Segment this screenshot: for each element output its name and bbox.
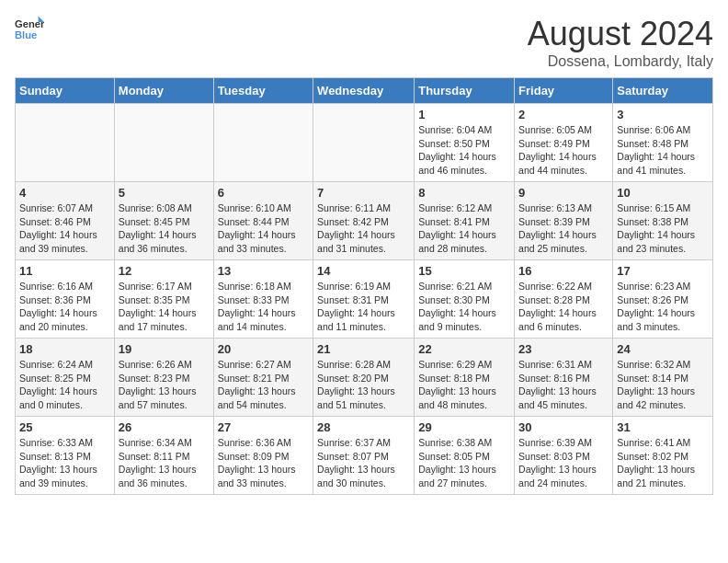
location-title: Dossena, Lombardy, Italy bbox=[528, 53, 713, 70]
month-title: August 2024 bbox=[528, 15, 713, 53]
day-number: 11 bbox=[19, 264, 110, 278]
day-cell: 16Sunrise: 6:22 AM Sunset: 8:28 PM Dayli… bbox=[515, 260, 613, 339]
day-info: Sunrise: 6:06 AM Sunset: 8:48 PM Dayligh… bbox=[617, 123, 709, 178]
day-number: 6 bbox=[218, 186, 309, 200]
header-row: SundayMondayTuesdayWednesdayThursdayFrid… bbox=[16, 78, 713, 104]
day-number: 30 bbox=[518, 420, 609, 434]
day-info: Sunrise: 6:11 AM Sunset: 8:42 PM Dayligh… bbox=[317, 201, 410, 256]
day-info: Sunrise: 6:07 AM Sunset: 8:46 PM Dayligh… bbox=[19, 201, 110, 256]
day-cell: 31Sunrise: 6:41 AM Sunset: 8:02 PM Dayli… bbox=[613, 417, 713, 495]
week-row-3: 11Sunrise: 6:16 AM Sunset: 8:36 PM Dayli… bbox=[16, 260, 713, 339]
day-number: 9 bbox=[518, 186, 609, 200]
day-number: 28 bbox=[317, 420, 410, 434]
day-cell: 27Sunrise: 6:36 AM Sunset: 8:09 PM Dayli… bbox=[213, 417, 313, 495]
day-number: 14 bbox=[317, 264, 410, 278]
day-header-friday: Friday bbox=[515, 78, 613, 104]
day-number: 31 bbox=[617, 420, 709, 434]
day-cell: 26Sunrise: 6:34 AM Sunset: 8:11 PM Dayli… bbox=[114, 417, 213, 495]
day-cell bbox=[213, 104, 313, 182]
day-number: 16 bbox=[518, 264, 609, 278]
day-cell: 18Sunrise: 6:24 AM Sunset: 8:25 PM Dayli… bbox=[16, 339, 115, 417]
day-cell: 21Sunrise: 6:28 AM Sunset: 8:20 PM Dayli… bbox=[313, 339, 415, 417]
day-cell: 5Sunrise: 6:08 AM Sunset: 8:45 PM Daylig… bbox=[114, 182, 213, 260]
day-info: Sunrise: 6:36 AM Sunset: 8:09 PM Dayligh… bbox=[218, 436, 309, 490]
day-info: Sunrise: 6:19 AM Sunset: 8:31 PM Dayligh… bbox=[317, 280, 410, 334]
day-info: Sunrise: 6:28 AM Sunset: 8:20 PM Dayligh… bbox=[317, 358, 410, 412]
logo: General Blue bbox=[15, 15, 44, 44]
day-cell: 6Sunrise: 6:10 AM Sunset: 8:44 PM Daylig… bbox=[213, 182, 313, 260]
day-info: Sunrise: 6:27 AM Sunset: 8:21 PM Dayligh… bbox=[218, 358, 309, 412]
day-number: 15 bbox=[418, 264, 510, 278]
day-cell: 23Sunrise: 6:31 AM Sunset: 8:16 PM Dayli… bbox=[515, 339, 613, 417]
day-cell: 14Sunrise: 6:19 AM Sunset: 8:31 PM Dayli… bbox=[313, 260, 415, 339]
day-info: Sunrise: 6:24 AM Sunset: 8:25 PM Dayligh… bbox=[19, 358, 110, 412]
day-number: 29 bbox=[418, 420, 510, 434]
day-number: 2 bbox=[518, 108, 609, 121]
logo-icon: General Blue bbox=[15, 15, 44, 44]
day-number: 7 bbox=[317, 186, 410, 200]
day-cell: 17Sunrise: 6:23 AM Sunset: 8:26 PM Dayli… bbox=[613, 260, 713, 339]
day-info: Sunrise: 6:33 AM Sunset: 8:13 PM Dayligh… bbox=[19, 436, 110, 490]
day-info: Sunrise: 6:21 AM Sunset: 8:30 PM Dayligh… bbox=[418, 280, 510, 334]
day-number: 17 bbox=[617, 264, 709, 278]
day-cell: 10Sunrise: 6:15 AM Sunset: 8:38 PM Dayli… bbox=[613, 182, 713, 260]
week-row-1: 1Sunrise: 6:04 AM Sunset: 8:50 PM Daylig… bbox=[16, 104, 713, 182]
day-info: Sunrise: 6:34 AM Sunset: 8:11 PM Dayligh… bbox=[119, 436, 210, 490]
day-info: Sunrise: 6:12 AM Sunset: 8:41 PM Dayligh… bbox=[418, 201, 510, 256]
day-cell: 3Sunrise: 6:06 AM Sunset: 8:48 PM Daylig… bbox=[613, 104, 713, 182]
day-info: Sunrise: 6:41 AM Sunset: 8:02 PM Dayligh… bbox=[617, 436, 709, 490]
day-info: Sunrise: 6:17 AM Sunset: 8:35 PM Dayligh… bbox=[119, 280, 210, 334]
day-number: 19 bbox=[119, 342, 210, 356]
day-cell: 20Sunrise: 6:27 AM Sunset: 8:21 PM Dayli… bbox=[213, 339, 313, 417]
day-info: Sunrise: 6:05 AM Sunset: 8:49 PM Dayligh… bbox=[518, 123, 609, 178]
day-cell bbox=[16, 104, 115, 182]
day-header-monday: Monday bbox=[114, 78, 213, 104]
svg-text:Blue: Blue bbox=[15, 29, 37, 40]
day-number: 26 bbox=[119, 420, 210, 434]
day-cell: 29Sunrise: 6:38 AM Sunset: 8:05 PM Dayli… bbox=[415, 417, 515, 495]
day-info: Sunrise: 6:39 AM Sunset: 8:03 PM Dayligh… bbox=[518, 436, 609, 490]
day-number: 21 bbox=[317, 342, 410, 356]
day-header-thursday: Thursday bbox=[415, 78, 515, 104]
day-cell: 1Sunrise: 6:04 AM Sunset: 8:50 PM Daylig… bbox=[415, 104, 515, 182]
day-info: Sunrise: 6:13 AM Sunset: 8:39 PM Dayligh… bbox=[518, 201, 609, 256]
day-info: Sunrise: 6:38 AM Sunset: 8:05 PM Dayligh… bbox=[418, 436, 510, 490]
day-cell: 28Sunrise: 6:37 AM Sunset: 8:07 PM Dayli… bbox=[313, 417, 415, 495]
day-number: 5 bbox=[119, 186, 210, 200]
day-number: 8 bbox=[418, 186, 510, 200]
week-row-2: 4Sunrise: 6:07 AM Sunset: 8:46 PM Daylig… bbox=[16, 182, 713, 260]
day-header-saturday: Saturday bbox=[613, 78, 713, 104]
day-number: 13 bbox=[218, 264, 309, 278]
day-cell: 15Sunrise: 6:21 AM Sunset: 8:30 PM Dayli… bbox=[415, 260, 515, 339]
day-info: Sunrise: 6:26 AM Sunset: 8:23 PM Dayligh… bbox=[119, 358, 210, 412]
day-cell: 2Sunrise: 6:05 AM Sunset: 8:49 PM Daylig… bbox=[515, 104, 613, 182]
day-cell bbox=[313, 104, 415, 182]
day-number: 4 bbox=[19, 186, 110, 200]
day-cell: 13Sunrise: 6:18 AM Sunset: 8:33 PM Dayli… bbox=[213, 260, 313, 339]
day-number: 24 bbox=[617, 342, 709, 356]
day-number: 27 bbox=[218, 420, 309, 434]
day-cell: 7Sunrise: 6:11 AM Sunset: 8:42 PM Daylig… bbox=[313, 182, 415, 260]
day-number: 1 bbox=[418, 108, 510, 121]
day-header-sunday: Sunday bbox=[16, 78, 115, 104]
day-info: Sunrise: 6:15 AM Sunset: 8:38 PM Dayligh… bbox=[617, 201, 709, 256]
day-cell: 12Sunrise: 6:17 AM Sunset: 8:35 PM Dayli… bbox=[114, 260, 213, 339]
day-header-wednesday: Wednesday bbox=[313, 78, 415, 104]
day-number: 3 bbox=[617, 108, 709, 121]
day-number: 23 bbox=[518, 342, 609, 356]
page-header: General Blue August 2024 Dossena, Lombar… bbox=[15, 15, 713, 70]
day-number: 22 bbox=[418, 342, 510, 356]
calendar-table: SundayMondayTuesdayWednesdayThursdayFrid… bbox=[15, 77, 713, 495]
day-cell: 19Sunrise: 6:26 AM Sunset: 8:23 PM Dayli… bbox=[114, 339, 213, 417]
day-cell: 30Sunrise: 6:39 AM Sunset: 8:03 PM Dayli… bbox=[515, 417, 613, 495]
day-number: 20 bbox=[218, 342, 309, 356]
day-cell: 8Sunrise: 6:12 AM Sunset: 8:41 PM Daylig… bbox=[415, 182, 515, 260]
day-number: 25 bbox=[19, 420, 110, 434]
day-info: Sunrise: 6:29 AM Sunset: 8:18 PM Dayligh… bbox=[418, 358, 510, 412]
day-info: Sunrise: 6:10 AM Sunset: 8:44 PM Dayligh… bbox=[218, 201, 309, 256]
title-block: August 2024 Dossena, Lombardy, Italy bbox=[528, 15, 713, 70]
day-info: Sunrise: 6:22 AM Sunset: 8:28 PM Dayligh… bbox=[518, 280, 609, 334]
day-cell: 4Sunrise: 6:07 AM Sunset: 8:46 PM Daylig… bbox=[16, 182, 115, 260]
day-info: Sunrise: 6:18 AM Sunset: 8:33 PM Dayligh… bbox=[218, 280, 309, 334]
day-cell: 11Sunrise: 6:16 AM Sunset: 8:36 PM Dayli… bbox=[16, 260, 115, 339]
